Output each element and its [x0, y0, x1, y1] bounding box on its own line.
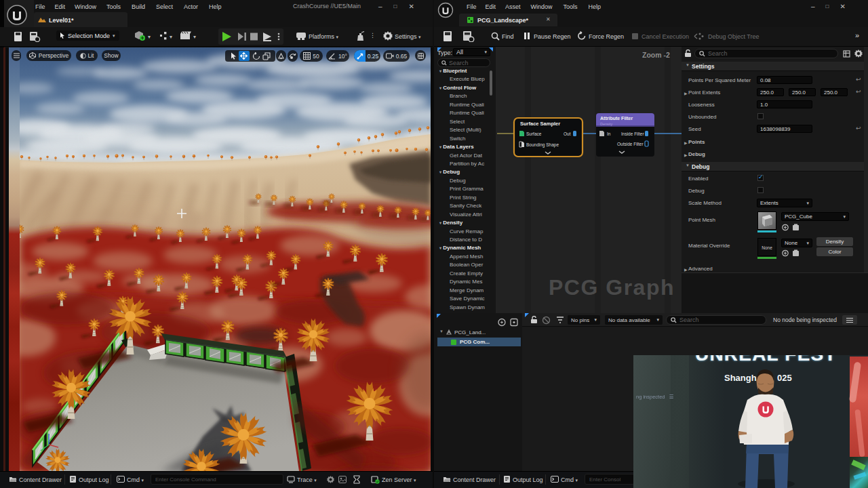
svg-text:Surface Sampler: Surface Sampler [520, 121, 560, 127]
svg-text:▾: ▾ [170, 34, 172, 40]
svg-text:▾: ▾ [148, 34, 151, 40]
svg-text:Attribute Filter: Attribute Filter [600, 116, 633, 121]
svg-text:Outside Filter: Outside Filter [617, 142, 644, 146]
svg-text:Inside Filter: Inside Filter [621, 131, 644, 136]
svg-text:In: In [607, 131, 611, 136]
svg-text:▾: ▾ [193, 34, 196, 40]
svg-text:Density: Density [600, 122, 613, 126]
svg-text:Bounding Shape: Bounding Shape [526, 142, 559, 148]
svg-text:Out: Out [564, 131, 571, 136]
svg-text:Surface: Surface [526, 131, 542, 136]
